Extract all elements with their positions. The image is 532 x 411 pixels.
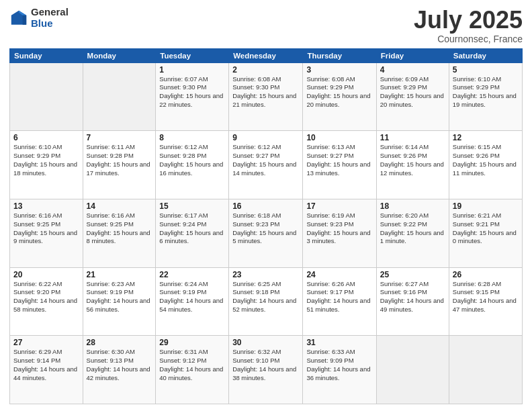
day-number: 6 [13,133,79,142]
table-row: 22Sunrise: 6:24 AM Sunset: 9:19 PM Dayli… [156,267,229,336]
logo-blue-text: Blue [31,18,69,30]
day-number: 9 [232,133,299,142]
table-row: 1Sunrise: 6:07 AM Sunset: 9:30 PM Daylig… [156,62,229,131]
table-row: 30Sunrise: 6:32 AM Sunset: 9:10 PM Dayli… [229,336,303,404]
svg-marker-2 [23,15,27,24]
day-info: Sunrise: 6:19 AM Sunset: 9:23 PM Dayligh… [306,212,372,246]
table-row: 15Sunrise: 6:17 AM Sunset: 9:24 PM Dayli… [156,199,229,267]
day-number: 3 [306,65,372,75]
day-number: 27 [13,338,79,347]
day-number: 17 [306,201,372,211]
col-tuesday: Tuesday [156,48,229,62]
day-info: Sunrise: 6:07 AM Sunset: 9:30 PM Dayligh… [159,75,225,109]
table-row [10,62,83,131]
day-number: 18 [380,201,445,211]
day-info: Sunrise: 6:22 AM Sunset: 9:20 PM Dayligh… [13,280,79,314]
day-info: Sunrise: 6:32 AM Sunset: 9:10 PM Dayligh… [232,348,299,382]
table-row: 8Sunrise: 6:12 AM Sunset: 9:28 PM Daylig… [156,131,229,199]
day-number: 13 [13,201,79,211]
day-number: 23 [232,270,299,279]
day-info: Sunrise: 6:12 AM Sunset: 9:27 PM Dayligh… [232,143,299,177]
day-info: Sunrise: 6:08 AM Sunset: 9:29 PM Dayligh… [306,75,372,109]
table-row: 17Sunrise: 6:19 AM Sunset: 9:23 PM Dayli… [303,199,376,267]
day-number: 21 [87,270,152,279]
calendar-week-row: 20Sunrise: 6:22 AM Sunset: 9:20 PM Dayli… [10,267,523,336]
day-info: Sunrise: 6:33 AM Sunset: 9:09 PM Dayligh… [306,348,372,382]
day-info: Sunrise: 6:24 AM Sunset: 9:19 PM Dayligh… [159,280,225,314]
table-row: 12Sunrise: 6:15 AM Sunset: 9:26 PM Dayli… [449,131,522,199]
day-number: 28 [87,338,152,347]
day-number: 25 [380,270,445,279]
table-row: 10Sunrise: 6:13 AM Sunset: 9:27 PM Dayli… [303,131,376,199]
table-row: 31Sunrise: 6:33 AM Sunset: 9:09 PM Dayli… [303,336,376,404]
day-number: 22 [159,270,225,279]
day-number: 10 [306,133,372,142]
table-row: 16Sunrise: 6:18 AM Sunset: 9:23 PM Dayli… [229,199,303,267]
table-row: 14Sunrise: 6:16 AM Sunset: 9:25 PM Dayli… [83,199,156,267]
day-info: Sunrise: 6:18 AM Sunset: 9:23 PM Dayligh… [232,212,299,246]
day-number: 16 [232,201,299,211]
day-info: Sunrise: 6:30 AM Sunset: 9:13 PM Dayligh… [87,348,152,382]
day-info: Sunrise: 6:17 AM Sunset: 9:24 PM Dayligh… [159,212,225,246]
day-number: 29 [159,338,225,347]
page: General Blue July 2025 Cournonsec, Franc… [0,0,532,411]
table-row: 24Sunrise: 6:26 AM Sunset: 9:17 PM Dayli… [303,267,376,336]
day-number: 2 [232,65,299,75]
day-info: Sunrise: 6:13 AM Sunset: 9:27 PM Dayligh… [306,143,372,177]
day-info: Sunrise: 6:10 AM Sunset: 9:29 PM Dayligh… [13,143,79,177]
table-row: 3Sunrise: 6:08 AM Sunset: 9:29 PM Daylig… [303,62,376,131]
table-row [449,336,522,404]
table-row: 23Sunrise: 6:25 AM Sunset: 9:18 PM Dayli… [229,267,303,336]
day-info: Sunrise: 6:28 AM Sunset: 9:15 PM Dayligh… [453,280,519,314]
table-row: 7Sunrise: 6:11 AM Sunset: 9:28 PM Daylig… [83,131,156,199]
day-number: 15 [159,201,225,211]
day-number: 24 [306,270,372,279]
day-info: Sunrise: 6:21 AM Sunset: 9:21 PM Dayligh… [453,212,519,246]
day-number: 1 [159,65,225,75]
day-info: Sunrise: 6:08 AM Sunset: 9:30 PM Dayligh… [232,75,299,109]
logo: General Blue [9,7,69,29]
title-block: July 2025 Cournonsec, France [414,7,523,44]
table-row: 6Sunrise: 6:10 AM Sunset: 9:29 PM Daylig… [10,131,83,199]
col-thursday: Thursday [303,48,376,62]
day-number: 7 [87,133,152,142]
table-row: 20Sunrise: 6:22 AM Sunset: 9:20 PM Dayli… [10,267,83,336]
day-number: 19 [453,201,519,211]
header: General Blue July 2025 Cournonsec, Franc… [9,7,523,44]
day-number: 30 [232,338,299,347]
table-row: 11Sunrise: 6:14 AM Sunset: 9:26 PM Dayli… [376,131,449,199]
table-row: 19Sunrise: 6:21 AM Sunset: 9:21 PM Dayli… [449,199,522,267]
day-info: Sunrise: 6:20 AM Sunset: 9:22 PM Dayligh… [380,212,445,246]
calendar-table: Sunday Monday Tuesday Wednesday Thursday… [9,48,523,404]
day-number: 31 [306,338,372,347]
day-info: Sunrise: 6:29 AM Sunset: 9:14 PM Dayligh… [13,348,79,382]
logo-general-text: General [31,7,69,18]
col-sunday: Sunday [10,48,83,62]
col-wednesday: Wednesday [229,48,303,62]
day-number: 20 [13,270,79,279]
location-title: Cournonsec, France [414,34,523,44]
day-info: Sunrise: 6:23 AM Sunset: 9:19 PM Dayligh… [87,280,152,314]
calendar-header-row: Sunday Monday Tuesday Wednesday Thursday… [10,48,523,62]
day-info: Sunrise: 6:31 AM Sunset: 9:12 PM Dayligh… [159,348,225,382]
day-info: Sunrise: 6:14 AM Sunset: 9:26 PM Dayligh… [380,143,445,177]
day-info: Sunrise: 6:16 AM Sunset: 9:25 PM Dayligh… [87,212,152,246]
day-info: Sunrise: 6:25 AM Sunset: 9:18 PM Dayligh… [232,280,299,314]
day-number: 5 [453,65,519,75]
table-row: 13Sunrise: 6:16 AM Sunset: 9:25 PM Dayli… [10,199,83,267]
day-number: 8 [159,133,225,142]
day-number: 12 [453,133,519,142]
day-info: Sunrise: 6:10 AM Sunset: 9:29 PM Dayligh… [453,75,519,109]
table-row: 5Sunrise: 6:10 AM Sunset: 9:29 PM Daylig… [449,62,522,131]
logo-text: General Blue [31,7,69,29]
calendar-week-row: 27Sunrise: 6:29 AM Sunset: 9:14 PM Dayli… [10,336,523,404]
day-info: Sunrise: 6:15 AM Sunset: 9:26 PM Dayligh… [453,143,519,177]
logo-icon [9,9,28,28]
table-row: 28Sunrise: 6:30 AM Sunset: 9:13 PM Dayli… [83,336,156,404]
col-saturday: Saturday [449,48,522,62]
day-info: Sunrise: 6:09 AM Sunset: 9:29 PM Dayligh… [380,75,445,109]
table-row: 21Sunrise: 6:23 AM Sunset: 9:19 PM Dayli… [83,267,156,336]
month-title: July 2025 [414,7,523,34]
day-number: 11 [380,133,445,142]
day-info: Sunrise: 6:26 AM Sunset: 9:17 PM Dayligh… [306,280,372,314]
